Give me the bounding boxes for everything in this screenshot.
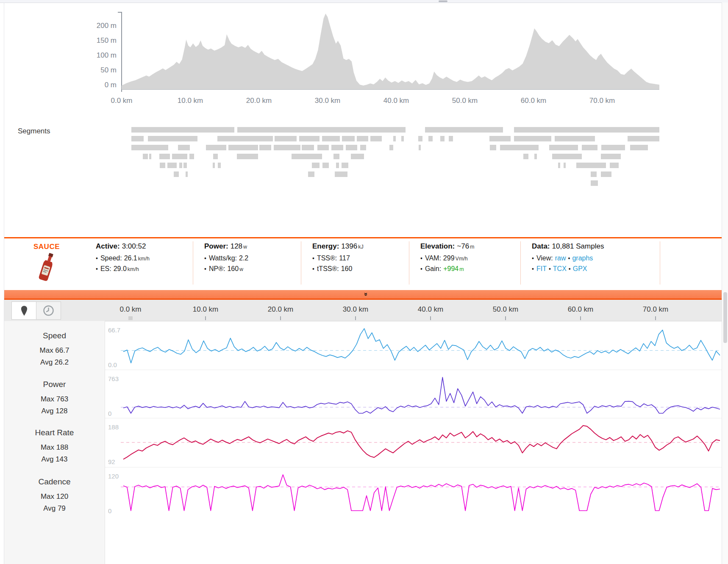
page-scrollbar[interactable] xyxy=(722,3,728,564)
graph-max: Max 763 xyxy=(4,393,105,405)
graph-max: Max 120 xyxy=(4,491,105,503)
graph-avg: Avg 26.2 xyxy=(4,357,105,368)
graph-avg: Avg 79 xyxy=(4,503,105,514)
cadence-graph[interactable]: 120 0 xyxy=(106,467,721,516)
graph-max: Max 66.7 xyxy=(4,345,105,357)
cadence-graph-label-panel: Cadence Max 120 Avg 79 xyxy=(4,467,105,564)
graph-max: Max 188 xyxy=(4,442,105,453)
graph-title: Heart Rate xyxy=(4,428,105,437)
power-graph[interactable]: 763 0 xyxy=(106,370,721,418)
graph-avg: Avg 143 xyxy=(4,453,105,465)
graph-avg: Avg 128 xyxy=(4,405,105,417)
graphs-section: Speed Max 66.7 Avg 26.2 66.7 0.0 Power M… xyxy=(0,0,728,564)
speed-graph[interactable]: 66.7 0.0 xyxy=(106,321,721,370)
heart-rate-graph-label-panel: Heart Rate Max 188 Avg 143 xyxy=(4,418,105,467)
graph-title: Speed xyxy=(4,331,105,340)
power-graph-label-panel: Power Max 763 Avg 128 xyxy=(4,370,105,418)
speed-graph-label-panel: Speed Max 66.7 Avg 26.2 xyxy=(4,321,105,370)
graph-title: Cadence xyxy=(4,477,105,487)
scrollbar-thumb[interactable] xyxy=(723,292,727,343)
heart-rate-graph[interactable]: 188 92 xyxy=(106,418,721,467)
graph-title: Power xyxy=(4,380,105,389)
sauce-activity-analysis-page: 200 m150 m100 m50 m0 m 0.0 km10.0 km20.0… xyxy=(0,0,728,564)
